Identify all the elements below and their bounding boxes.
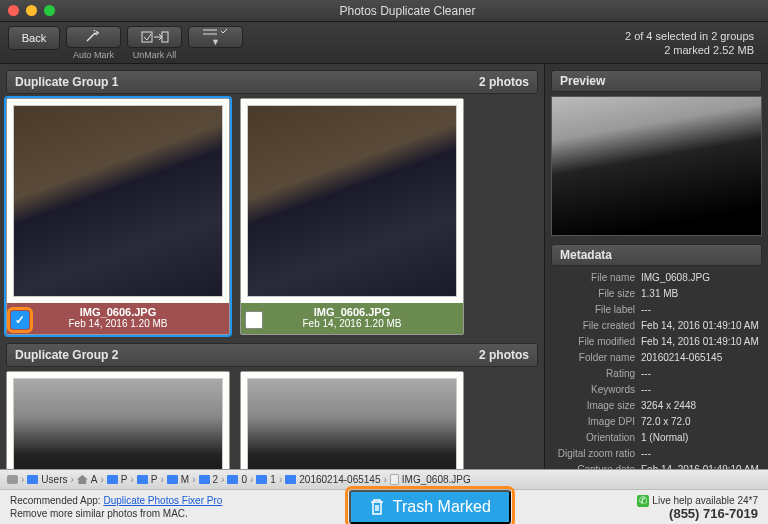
metadata-row: Image DPI72.0 x 72.0 [551,414,762,430]
metadata-key: Folder name [551,350,641,366]
photo-meta: Feb 14, 2016 1.20 MB [13,318,223,329]
details-panel: Preview Metadata File nameIMG_0608.JPGFi… [544,64,768,469]
bc-users[interactable]: Users [24,474,70,485]
metadata-value: --- [641,366,762,382]
bc-folder[interactable]: 2 [196,474,222,485]
unmark-icon [140,30,170,44]
photo-thumbnail[interactable] [241,99,463,303]
mark-checkbox[interactable] [11,311,29,329]
back-button[interactable]: Back [8,26,60,50]
metadata-row: Rating--- [551,366,762,382]
folder-icon [285,475,296,484]
metadata-row: Digital zoom ratio--- [551,446,762,462]
metadata-value: Feb 14, 2016 01:49:10 AM [641,334,762,350]
folder-icon [227,475,238,484]
metadata-row: Folder name20160214-065145 [551,350,762,366]
trash-marked-button[interactable]: Trash Marked [349,490,511,524]
metadata-value: Feb 14, 2016 01:49:10 AM [641,462,762,469]
photo-thumbnail[interactable] [7,99,229,303]
metadata-row: File nameIMG_0608.JPG [551,270,762,286]
metadata-key: Digital zoom ratio [551,446,641,462]
metadata-row: Keywords--- [551,382,762,398]
metadata-key: File name [551,270,641,286]
metadata-key: Orientation [551,430,641,446]
live-help: Live help available 24*7 (855) 716-7019 [637,494,758,520]
auto-mark-button[interactable] [66,26,121,48]
metadata-row: Orientation1 (Normal) [551,430,762,446]
recommended-app-sub: Remove more similar photos from MAC. [10,508,188,519]
zoom-window[interactable] [44,5,55,16]
group-title: Duplicate Group 2 [15,348,118,362]
toolbar: Back Auto Mark UnMark All ▼ 2 of 4 selec… [0,22,768,64]
folder-icon [27,475,38,484]
folder-icon [199,475,210,484]
group-2: Duplicate Group 2 2 photos [6,343,538,469]
metadata-row: File label--- [551,302,762,318]
duplicate-groups-panel[interactable]: Duplicate Group 1 2 photos IMG_0606.JPG … [0,64,544,469]
photo-caption-bar: IMG_0606.JPG Feb 14, 2016 1.20 MB [241,303,463,334]
bc-folder[interactable]: M [164,474,192,485]
photo-thumbnail[interactable] [7,372,229,469]
recommended-app: Recommended App: Duplicate Photos Fixer … [10,494,222,520]
metadata-key: Capture date [551,462,641,469]
mark-checkbox[interactable] [245,311,263,329]
svg-rect-1 [162,32,168,42]
folder-icon [137,475,148,484]
list-check-icon [201,27,231,35]
selection-status: 2 of 4 selected in 2 groups 2 marked 2.5… [625,29,760,57]
metadata-key: Keywords [551,382,641,398]
bc-folder[interactable]: P [134,474,161,485]
metadata-value: --- [641,302,762,318]
trash-icon [369,498,385,516]
group-header[interactable]: Duplicate Group 2 2 photos [6,343,538,367]
metadata-key: Rating [551,366,641,382]
path-breadcrumb[interactable]: › Users › A › P › P › M › 2 › 0 › 1 › 20… [0,469,768,489]
group-header[interactable]: Duplicate Group 1 2 photos [6,70,538,94]
footer: Recommended App: Duplicate Photos Fixer … [0,489,768,524]
photo-meta: Feb 14, 2016 1.20 MB [247,318,457,329]
folder-icon [167,475,178,484]
metadata-value: 1 (Normal) [641,430,762,446]
metadata-key: Image size [551,398,641,414]
metadata-value: Feb 14, 2016 01:49:10 AM [641,318,762,334]
photo-thumbnail[interactable] [241,372,463,469]
group-title: Duplicate Group 1 [15,75,118,89]
folder-icon [107,475,118,484]
wand-icon [84,30,104,44]
bc-home[interactable]: A [74,474,101,485]
metadata-key: File modified [551,334,641,350]
photo-card[interactable]: IMG_0606.JPG Feb 14, 2016 1.20 MB [6,98,230,335]
status-line-2: 2 marked 2.52 MB [625,43,754,57]
close-window[interactable] [8,5,19,16]
minimize-window[interactable] [26,5,37,16]
metadata-value: --- [641,382,762,398]
bc-folder[interactable]: P [104,474,131,485]
metadata-list: File nameIMG_0608.JPGFile size1.31 MBFil… [551,270,762,469]
bc-folder[interactable]: 0 [224,474,250,485]
folder-icon [256,475,267,484]
file-icon [390,474,399,485]
photo-card[interactable]: IMG_0606.JPG Feb 14, 2016 1.20 MB [240,98,464,335]
metadata-value: 20160214-065145 [641,350,762,366]
support-phone[interactable]: (855) 716-7019 [637,507,758,520]
window-title: Photos Duplicate Cleaner [55,4,760,18]
photo-filename: IMG_0606.JPG [247,306,457,318]
bc-disk[interactable] [4,475,21,484]
unmark-all-label: UnMark All [133,50,177,60]
view-options-button[interactable]: ▼ [188,26,243,48]
metadata-value: 72.0 x 72.0 [641,414,762,430]
metadata-row: File size1.31 MB [551,286,762,302]
bc-folder[interactable]: 1 [253,474,279,485]
metadata-key: Image DPI [551,414,641,430]
unmark-all-button[interactable] [127,26,182,48]
bc-file[interactable]: IMG_0608.JPG [387,474,474,485]
photo-card[interactable] [6,371,230,469]
photo-card[interactable] [240,371,464,469]
metadata-header: Metadata [551,244,762,266]
bc-folder[interactable]: 20160214-065145 [282,474,383,485]
phone-icon [637,495,649,507]
metadata-row: File modifiedFeb 14, 2016 01:49:10 AM [551,334,762,350]
recommended-app-link[interactable]: Duplicate Photos Fixer Pro [103,495,222,506]
titlebar: Photos Duplicate Cleaner [0,0,768,22]
metadata-key: File size [551,286,641,302]
